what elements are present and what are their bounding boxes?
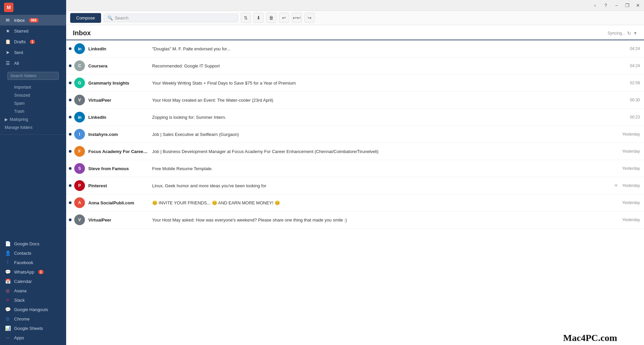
sent-label: Sent: [14, 50, 23, 55]
sidebar-item-google-hangouts[interactable]: 💬Google Hangouts: [0, 305, 66, 314]
search-folders-container: [3, 70, 63, 82]
email-row[interactable]: C Coursera Recommended: Google IT Suppor…: [66, 57, 644, 75]
search-bar: 🔍: [104, 14, 238, 22]
sync-area: Syncing... ↻ ▼: [607, 31, 637, 36]
sidebar-item-facebook[interactable]: fFacebook: [0, 258, 66, 267]
sender: Anna SocialPubli.com: [88, 200, 149, 205]
subject: Your Host May created an Event: The Wate…: [149, 98, 627, 103]
reply-button[interactable]: ↩: [279, 13, 289, 23]
sync-dropdown[interactable]: ▼: [633, 31, 637, 36]
sender: Instahyre.com: [88, 132, 149, 137]
mailspring-arrow-icon: ▶: [5, 117, 8, 122]
sidebar-item-inbox[interactable]: ✉ Inbox 988: [0, 15, 66, 26]
search-folders-input[interactable]: [7, 72, 59, 80]
time: 00:23: [630, 115, 640, 119]
forward-button[interactable]: ↪: [305, 13, 315, 23]
close-button[interactable]: ✕: [635, 2, 641, 9]
avatar: in: [74, 43, 85, 54]
email-row[interactable]: G Grammarly Insights Your Weekly Writing…: [66, 75, 644, 92]
avatar: P: [74, 180, 85, 191]
app-badge: 1: [38, 270, 44, 274]
subject: 😊 INVITE YOUR FRIENDS... 😊 AND EARN MORE…: [149, 200, 619, 205]
sidebar-item-spam[interactable]: Spam: [0, 99, 66, 107]
compose-button[interactable]: Compose: [70, 13, 101, 23]
time: Yesterday: [622, 132, 640, 137]
unread-dot: [69, 150, 72, 153]
unread-dot: [69, 64, 72, 67]
google-docs-icon: 📄: [5, 241, 11, 246]
sent-icon: ➤: [5, 50, 11, 55]
trash-button[interactable]: 🗑: [266, 13, 276, 23]
email-row[interactable]: A Anna SocialPubli.com 😊 INVITE YOUR FRI…: [66, 194, 644, 211]
inbox-label: Inbox: [14, 18, 25, 23]
calendar-icon: 📅: [5, 279, 11, 284]
hangouts-icon: 💬: [5, 307, 11, 312]
subject: Job | Business Development Manager at Fo…: [149, 149, 619, 154]
email-row[interactable]: F Focus Academy For Career Enhanc Job | …: [66, 143, 644, 160]
eye-icon: 👁: [614, 183, 618, 188]
time: Yesterday: [622, 183, 640, 188]
watermark: Mac4PC.com: [563, 333, 617, 343]
sidebar-item-apps[interactable]: ···Apps: [0, 333, 66, 342]
sidebar-item-drafts[interactable]: 📋 Drafts 1: [0, 36, 66, 47]
avatar: in: [74, 112, 85, 122]
maximize-button[interactable]: ❐: [624, 2, 631, 9]
reply-all-button[interactable]: ↩↩: [292, 13, 302, 23]
sidebar-item-starred[interactable]: ★ Starred: [0, 26, 66, 36]
app-label: Google Sheets: [14, 326, 43, 331]
sender: Steve from Famous: [88, 166, 149, 171]
whatsapp-icon: 💬: [5, 269, 11, 275]
sender: LinkedIn: [88, 115, 149, 120]
sort-button[interactable]: ⇅: [241, 13, 251, 23]
time: 04:24: [630, 63, 640, 68]
email-area: Inbox Syncing... ↻ ▼ in LinkedIn "Dougla…: [66, 25, 644, 345]
email-row[interactable]: in LinkedIn Zopping is looking for: Summ…: [66, 109, 644, 126]
asana-icon: ◎: [5, 288, 11, 293]
email-row[interactable]: S Steve from Famous Free Mobile Resume T…: [66, 160, 644, 177]
minimize-button[interactable]: −: [613, 2, 620, 9]
sender: VirtualPeer: [88, 217, 149, 223]
sidebar-item-mailspring[interactable]: ▶ Mailspring: [0, 115, 66, 124]
email-list: in LinkedIn "Douglas" M. F. Palte endors…: [66, 40, 644, 229]
search-input[interactable]: [115, 15, 234, 20]
email-row[interactable]: in LinkedIn "Douglas" M. F. Palte endors…: [66, 40, 644, 57]
sidebar-item-asana[interactable]: ◎Asana: [0, 286, 66, 295]
unread-dot: [69, 82, 72, 84]
avatar: A: [74, 197, 85, 208]
sidebar-item-google-sheets[interactable]: 📊Google Sheets: [0, 324, 66, 333]
manage-folders[interactable]: Manage folders: [0, 124, 66, 132]
sync-icon[interactable]: ↻: [627, 31, 631, 36]
time: Yesterday: [622, 200, 640, 205]
star-icon: ★: [5, 28, 11, 34]
sidebar-item-google-docs[interactable]: 📄Google Docs: [0, 239, 66, 248]
unread-dot: [69, 99, 72, 101]
email-row[interactable]: V VirtualPeer Your Host May created an E…: [66, 92, 644, 109]
sidebar-item-important[interactable]: Important: [0, 83, 66, 91]
time: Yesterday: [622, 217, 640, 222]
subject: Zopping is looking for: Summer Intern.: [149, 115, 627, 120]
sync-label: Syncing...: [607, 31, 625, 36]
app-label: Calendar: [14, 279, 32, 284]
app-label: Slack: [14, 298, 25, 303]
sidebar-item-calendar[interactable]: 📅Calendar: [0, 277, 66, 286]
sidebar-item-whatsapp[interactable]: 💬WhatsApp1: [0, 267, 66, 277]
back-button[interactable]: ‹: [592, 2, 598, 9]
sidebar-item-chrome[interactable]: ⊙Chrome: [0, 314, 66, 324]
sender: Focus Academy For Career Enhanc: [88, 149, 149, 154]
sidebar-item-trash[interactable]: Trash: [0, 107, 66, 115]
download-button[interactable]: ⬇: [254, 13, 264, 23]
help-button[interactable]: ?: [602, 2, 609, 9]
email-row[interactable]: P Pinterest Linux, Geek humor and more i…: [66, 177, 644, 194]
drafts-badge: 1: [30, 40, 35, 44]
sidebar-item-snoozed[interactable]: Snoozed: [0, 91, 66, 99]
email-row[interactable]: I Instahyre.com Job | Sales Executive at…: [66, 126, 644, 143]
unread-dot: [69, 133, 72, 136]
email-row[interactable]: V VirtualPeer Your Host May asked: How w…: [66, 211, 644, 229]
subject: Your Host May asked: How was everyone's …: [149, 217, 619, 223]
sidebar-item-all[interactable]: ☰ All: [0, 58, 66, 68]
avatar: S: [74, 163, 85, 174]
slack-icon: #: [5, 297, 11, 303]
sidebar-item-sent[interactable]: ➤ Sent: [0, 47, 66, 58]
sidebar-item-contacts[interactable]: 👤Contacts: [0, 248, 66, 258]
sidebar-item-slack[interactable]: #Slack: [0, 295, 66, 305]
